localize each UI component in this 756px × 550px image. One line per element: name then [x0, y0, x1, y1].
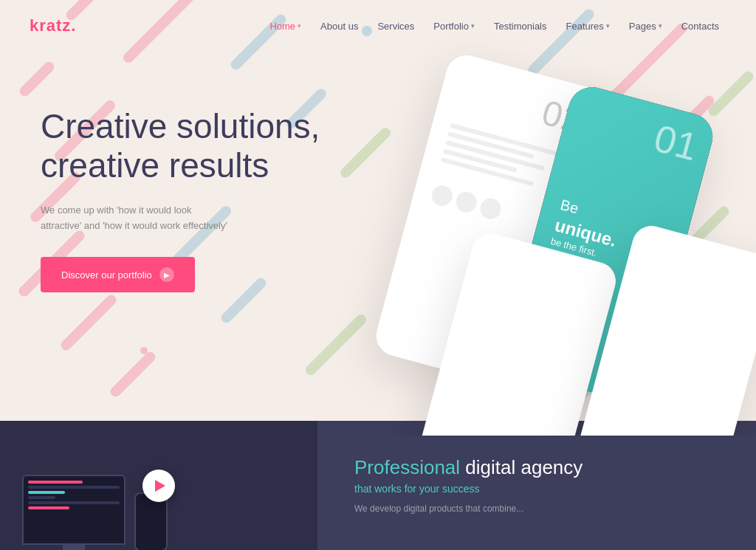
navigation: Home ▾ About us Services Portfolio ▾ Tes…: [262, 16, 726, 36]
hero-section: Creative solutions, creative results We …: [0, 0, 756, 436]
logo-dot: .: [71, 16, 76, 35]
agency-description: Professional digital agency that works f…: [317, 421, 756, 550]
chevron-down-icon: ▾: [606, 22, 610, 30]
hero-content: Creative solutions, creative results We …: [41, 107, 321, 292]
header: kratz. Home ▾ About us Services Portfoli…: [0, 0, 756, 52]
play-button[interactable]: [142, 470, 175, 502]
nav-item-services[interactable]: Services: [370, 16, 422, 36]
agency-subtitle: that works for your success: [354, 483, 719, 495]
chevron-down-icon: ▾: [471, 22, 475, 30]
hero-subtitle: We come up with 'how it would look attra…: [41, 203, 233, 234]
logo[interactable]: kratz.: [30, 16, 76, 35]
play-icon: [155, 480, 165, 492]
nav-item-about[interactable]: About us: [313, 16, 365, 36]
logo-text: kratz: [30, 16, 71, 35]
cta-button[interactable]: Discover our portfolio ▶: [41, 257, 195, 292]
title-rest: digital agency: [460, 456, 583, 478]
nav-item-home[interactable]: Home ▾: [262, 16, 309, 36]
title-highlight: Professional: [354, 456, 460, 478]
nav-item-pages[interactable]: Pages ▾: [622, 16, 670, 36]
arrow-icon: ▶: [159, 267, 174, 282]
video-preview: [0, 421, 317, 550]
chevron-down-icon: ▾: [298, 22, 301, 30]
agency-desc: We develop digital products that combine…: [354, 502, 719, 515]
agency-title: Professional digital agency: [354, 456, 719, 481]
cta-button-label: Discover our portfolio: [61, 269, 152, 281]
nav-item-contacts[interactable]: Contacts: [674, 16, 726, 36]
bottom-section: Professional digital agency that works f…: [0, 421, 756, 550]
nav-item-testimonials[interactable]: Testimonials: [487, 16, 554, 36]
nav-item-features[interactable]: Features ▾: [559, 16, 617, 36]
play-overlay: [0, 421, 317, 550]
nav-item-portfolio[interactable]: Portfolio ▾: [426, 16, 482, 36]
chevron-down-icon: ▾: [659, 22, 662, 30]
phones-mockup: 02 01 Be: [350, 37, 756, 436]
phone-number-01: 01: [650, 116, 702, 170]
hero-title: Creative solutions, creative results: [41, 107, 321, 185]
